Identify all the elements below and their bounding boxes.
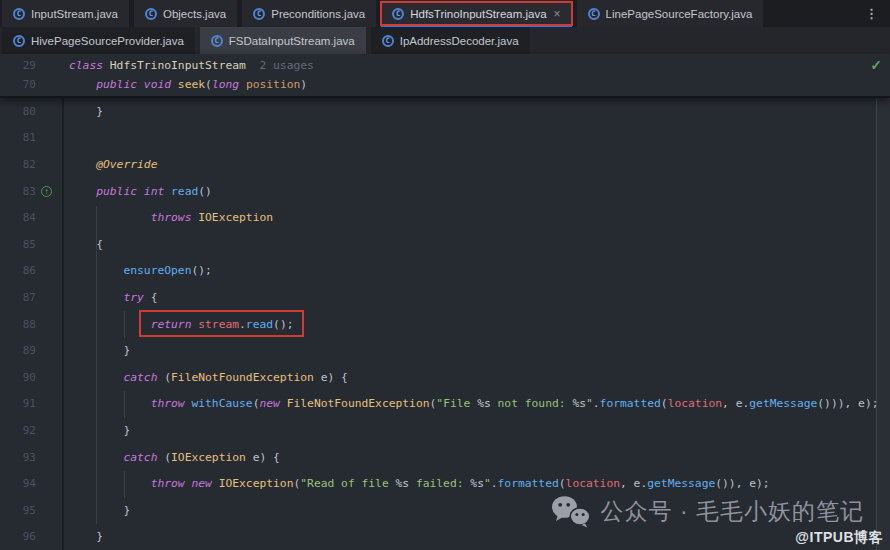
sticky-line-70[interactable]: 70 public void seek(long position) [0, 75, 890, 94]
tab-label: Preconditions.java [271, 8, 365, 20]
line-number[interactable]: 96 [0, 530, 36, 543]
code-text: } [62, 530, 103, 543]
code-text: throw new IOException("Read of file %s f… [62, 477, 770, 490]
tab-HdfsTrinoInputStream.java[interactable]: CHdfsTrinoInputStream.java× [381, 0, 571, 27]
editor-tabs-row-1: CInputStream.javaCObjects.javaCPrecondit… [0, 0, 763, 27]
indent-guide [124, 471, 125, 498]
code-text: public void seek(long position) [62, 78, 307, 91]
code-area[interactable]: 80 }8182 @Override83↑ public int read()8… [0, 98, 890, 550]
tab-bar-row-2: CHivePageSourceProvider.javaCFSDataInput… [0, 27, 890, 55]
scrollbar-track[interactable] [876, 98, 890, 550]
code-line-80[interactable]: 80 } [0, 98, 890, 125]
code-text: try { [62, 291, 157, 304]
more-tabs-icon[interactable]: ⋮ [853, 0, 890, 27]
tab-label: LinePageSourceFactory.java [606, 8, 753, 20]
line-number[interactable]: 70 [0, 78, 36, 91]
code-line-81[interactable]: 81 [0, 125, 890, 152]
tab-label: IpAddressDecoder.java [400, 35, 519, 47]
editor-tabs-row-2: CHivePageSourceProvider.javaCFSDataInput… [0, 27, 530, 54]
code-text: throw withCause(new FileNotFoundExceptio… [62, 397, 879, 410]
watermark-text: 公众号 · 毛毛小妖的笔记 [601, 496, 864, 527]
code-line-88[interactable]: 88 return stream.read(); [0, 311, 890, 338]
java-class-icon: C [382, 35, 394, 47]
line-number[interactable]: 81 [0, 131, 36, 144]
code-text: @Override [62, 158, 157, 171]
code-text: catch (IOException e) { [62, 451, 280, 464]
code-line-89[interactable]: 89 } [0, 337, 890, 364]
tab-InputStream.java[interactable]: CInputStream.java [2, 0, 129, 27]
line-number[interactable]: 91 [0, 397, 36, 410]
line-number[interactable]: 84 [0, 211, 36, 224]
tab-FSDataInputStream.java[interactable]: CFSDataInputStream.java [200, 27, 366, 54]
watermark: 公众号 · 毛毛小妖的笔记 [551, 495, 864, 528]
gutter: ↑ [36, 186, 62, 197]
code-text: public int read() [62, 185, 212, 198]
close-tab-icon[interactable]: × [554, 8, 561, 20]
code-line-94[interactable]: 94 throw new IOException("Read of file %… [0, 470, 890, 497]
code-line-90[interactable]: 90 catch (FileNotFoundException e) { [0, 364, 890, 391]
java-class-icon: C [253, 8, 265, 20]
code-line-93[interactable]: 93 catch (IOException e) { [0, 444, 890, 471]
indent-guide [96, 206, 97, 524]
code-line-92[interactable]: 92 } [0, 417, 890, 444]
java-class-icon: C [588, 8, 600, 20]
line-number[interactable]: 95 [0, 504, 36, 517]
line-number[interactable]: 93 [0, 451, 36, 464]
code-line-82[interactable]: 82 @Override [0, 151, 890, 178]
tab-bar-row-1: CInputStream.javaCObjects.javaCPrecondit… [0, 0, 890, 27]
code-text: ensureOpen(); [62, 264, 212, 277]
java-class-icon: C [145, 8, 157, 20]
code-text: class HdfsTrinoInputStream 2 usages [62, 59, 314, 72]
code-line-85[interactable]: 85 { [0, 231, 890, 258]
tab-Objects.java[interactable]: CObjects.java [134, 0, 237, 27]
java-class-icon: C [211, 35, 223, 47]
code-line-86[interactable]: 86 ensureOpen(); [0, 258, 890, 285]
inspections-ok-icon[interactable]: ✓ [870, 57, 882, 73]
indent-guide [124, 311, 125, 338]
code-line-83[interactable]: 83↑ public int read() [0, 178, 890, 205]
tab-label: FSDataInputStream.java [229, 35, 355, 47]
code-text: } [62, 105, 103, 118]
wechat-icon [551, 495, 591, 528]
tab-HivePageSourceProvider.java[interactable]: CHivePageSourceProvider.java [2, 27, 195, 54]
tab-label: HdfsTrinoInputStream.java [410, 8, 546, 20]
line-number[interactable]: 86 [0, 264, 36, 277]
tab-label: Objects.java [163, 8, 226, 20]
line-number[interactable]: 89 [0, 344, 36, 357]
annotation-highlight-return-statement [139, 310, 304, 337]
code-text: catch (FileNotFoundException e) { [62, 371, 348, 384]
line-number[interactable]: 85 [0, 238, 36, 251]
tab-label: HivePageSourceProvider.java [31, 35, 184, 47]
code-text: throws IOException [62, 211, 273, 224]
java-class-icon: C [13, 8, 25, 20]
code-line-91[interactable]: 91 throw withCause(new FileNotFoundExcep… [0, 391, 890, 418]
line-number[interactable]: 90 [0, 371, 36, 384]
java-class-icon: C [13, 35, 25, 47]
overrides-method-icon[interactable]: ↑ [41, 186, 52, 197]
line-number[interactable]: 83 [0, 185, 36, 198]
tab-label: InputStream.java [31, 8, 118, 20]
java-class-icon: C [392, 8, 404, 20]
tab-IpAddressDecoder.java[interactable]: CIpAddressDecoder.java [371, 27, 530, 54]
line-number[interactable]: 87 [0, 291, 36, 304]
code-line-84[interactable]: 84 throws IOException [0, 204, 890, 231]
line-number[interactable]: 92 [0, 424, 36, 437]
tab-Preconditions.java[interactable]: CPreconditions.java [242, 0, 376, 27]
indent-guide [124, 391, 125, 418]
tab-LinePageSourceFactory.java[interactable]: CLinePageSourceFactory.java [577, 0, 764, 27]
itpub-watermark: @ITPUB博客 [795, 529, 883, 547]
line-number[interactable]: 88 [0, 318, 36, 331]
sticky-context-lines[interactable]: 29class HdfsTrinoInputStream 2 usages70 … [0, 54, 890, 98]
line-number[interactable]: 29 [0, 59, 36, 72]
line-number[interactable]: 94 [0, 477, 36, 490]
code-editor: 29class HdfsTrinoInputStream 2 usages70 … [0, 54, 890, 550]
sticky-line-29[interactable]: 29class HdfsTrinoInputStream 2 usages [0, 56, 890, 75]
code-line-87[interactable]: 87 try { [0, 284, 890, 311]
line-number[interactable]: 82 [0, 158, 36, 171]
line-number[interactable]: 80 [0, 105, 36, 118]
